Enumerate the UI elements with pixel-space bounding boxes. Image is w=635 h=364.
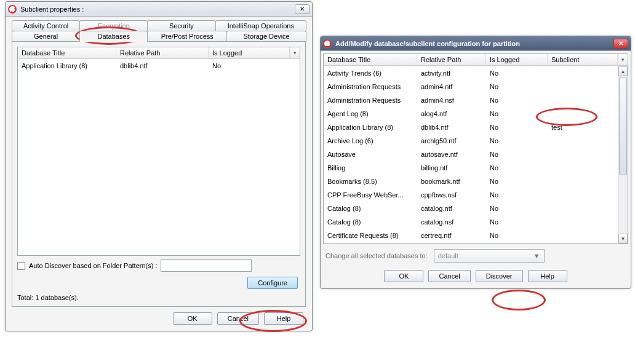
help-button[interactable]: Help [528, 270, 567, 282]
table-row[interactable]: Application Library (8)dblib4.ntfNotest [324, 121, 618, 134]
discover-button[interactable]: Discover [476, 270, 523, 282]
table-row[interactable]: Application Library (8)dblib4.ntfNo [18, 59, 300, 73]
window-title: Subclient properties : [20, 6, 295, 13]
auto-discover-checkbox[interactable] [17, 262, 25, 270]
table-row[interactable]: Catalog (8)catalog.ntfNo [324, 202, 618, 215]
table-row[interactable]: Certificate Requests (8)certreq.ntfNo [324, 229, 618, 242]
cell-title: Application Library (8) [324, 122, 417, 133]
table-row[interactable]: Autosaveautosave.ntfNo [324, 148, 618, 161]
cell-title: Administration Requests [324, 81, 417, 92]
cell-logged: No [486, 122, 548, 133]
cell-path: cppfbws.nsf [417, 189, 486, 200]
scroll-options-icon[interactable]: ▾ [290, 47, 300, 58]
tab-activity-control[interactable]: Activity Control [12, 20, 80, 31]
folder-pattern-input[interactable] [161, 259, 252, 272]
cell-logged: No [486, 216, 548, 228]
tab-intellisnap[interactable]: IntelliSnap Operations [215, 20, 306, 31]
col-is-logged[interactable]: Is Logged [486, 54, 548, 65]
col-database-title[interactable]: Database Title [324, 54, 417, 65]
cell-subclient [548, 203, 618, 214]
table-row[interactable]: Agent Log (8)alog4.ntfNo [324, 107, 618, 121]
help-button[interactable]: Help [264, 312, 303, 325]
scroll-up-icon[interactable]: ▲ [618, 66, 628, 76]
col-database-title[interactable]: Database Title [18, 47, 116, 58]
cell-path: admin4.nsf [417, 95, 486, 106]
cell-path: bookmark.ntf [417, 176, 486, 187]
configure-button[interactable]: Configure [247, 277, 298, 289]
change-selected-dropdown[interactable]: default ▼ [434, 249, 545, 263]
scroll-down-icon[interactable]: ▼ [618, 234, 628, 243]
cancel-button[interactable]: Cancel [217, 312, 259, 325]
cell-subclient [548, 162, 618, 173]
database-grid[interactable]: ^ 1 Database Title Relative Path Is Logg… [323, 53, 628, 244]
table-row[interactable]: Billingbilling.ntfNo [324, 161, 618, 175]
cell-title: Agent Log (8) [324, 108, 417, 119]
window-title: Add/Modify database/subclient configurat… [335, 40, 613, 47]
cell-subclient [548, 68, 618, 79]
cell-logged: No [486, 95, 548, 106]
tab-general[interactable]: General [12, 31, 80, 42]
cell-title: Activity Trends (6) [324, 68, 417, 79]
cell-title: Autosave [324, 149, 417, 160]
cell-title: Certificate Requests (8) [324, 230, 417, 241]
scroll-thumb[interactable] [619, 77, 627, 175]
cell-logged: No [486, 162, 548, 173]
cell-subclient [548, 230, 618, 241]
titlebar[interactable]: Add/Modify database/subclient configurat… [321, 36, 631, 51]
table-row[interactable]: Bookmarks (8.5)bookmark.ntfNo [324, 175, 618, 188]
cell-subclient [548, 176, 618, 187]
database-list[interactable]: ^ 1 Database Title Relative Path Is Logg… [17, 47, 300, 256]
change-selected-label: Change all selected databases to: [325, 252, 428, 259]
col-subclient[interactable]: Subclient [548, 54, 618, 65]
ok-button[interactable]: OK [384, 270, 423, 282]
tab-encryption[interactable]: Encryption [79, 20, 148, 31]
tabs-row-2: General Databases Pre/Post Process Stora… [12, 31, 306, 42]
cell-path: alog4.ntf [417, 108, 486, 119]
col-relative-path[interactable]: Relative Path [116, 47, 209, 58]
change-selected-value: default [438, 252, 458, 259]
cell-path: activity.ntf [417, 68, 486, 79]
cell-logged: No [486, 189, 548, 200]
cell-path: catalog.nsf [417, 216, 486, 228]
table-row[interactable]: Administration Requestsadmin4.nsfNo [324, 93, 618, 107]
col-relative-path[interactable]: Relative Path [417, 54, 486, 65]
cell-subclient [548, 135, 618, 146]
cell-title: CPP FreeBusy WebSer... [324, 189, 417, 200]
table-row[interactable]: Administration Requestsadmin4.ntfNo [324, 80, 618, 93]
tab-prepost[interactable]: Pre/Post Process [147, 31, 227, 42]
vertical-scrollbar[interactable]: ▲ ▼ [618, 66, 628, 243]
table-row[interactable]: CPP FreeBusy WebSer...cppfbws.nsfNo [324, 188, 618, 202]
cell-title: Bookmarks (8.5) [324, 176, 417, 187]
col-is-logged[interactable]: Is Logged [209, 47, 290, 58]
ok-button[interactable]: OK [173, 312, 212, 325]
cancel-button[interactable]: Cancel [428, 270, 470, 282]
grid-header: Database Title Relative Path Is Logged S… [324, 54, 628, 66]
subclient-properties-dialog: Subclient properties : ✕ Activity Contro… [5, 1, 313, 331]
close-icon[interactable]: ✕ [295, 4, 310, 14]
scroll-options-icon[interactable]: ▾ [618, 54, 628, 65]
list-header: Database Title Relative Path Is Logged ▾ [18, 47, 300, 59]
cell-title: Administration Requests [324, 95, 417, 106]
cell-path: archlg50.ntf [417, 135, 486, 146]
tab-storage[interactable]: Storage Device [226, 31, 306, 42]
table-row[interactable]: Activity Trends (6)activity.ntfNo [324, 66, 618, 80]
cell-subclient [548, 108, 618, 119]
close-icon[interactable]: ✕ [613, 39, 628, 49]
cell-subclient [548, 95, 618, 106]
cell-path: dblib4.ntf [116, 60, 209, 71]
total-databases-label: Total: 1 database(s). [17, 294, 300, 301]
cell-logged: No [486, 176, 548, 187]
table-row[interactable]: Catalog (8)catalog.nsfNo [324, 215, 618, 229]
tab-databases[interactable]: Databases [79, 31, 148, 42]
cell-subclient [548, 81, 618, 92]
titlebar[interactable]: Subclient properties : ✕ [6, 2, 312, 17]
table-row[interactable]: Archive Log (6)archlg50.ntfNo [324, 134, 618, 148]
change-selected-row: Change all selected databases to: defaul… [321, 244, 631, 265]
table-row[interactable]: Certification Logcertlog.ntfNo [324, 242, 618, 243]
databases-panel: ^ 1 Database Title Relative Path Is Logg… [12, 41, 306, 307]
tab-security[interactable]: Security [147, 20, 215, 31]
cell-subclient [548, 189, 618, 200]
cell-logged: No [486, 68, 548, 79]
app-icon [8, 5, 17, 14]
tabs-row-1: Activity Control Encryption Security Int… [12, 20, 306, 31]
